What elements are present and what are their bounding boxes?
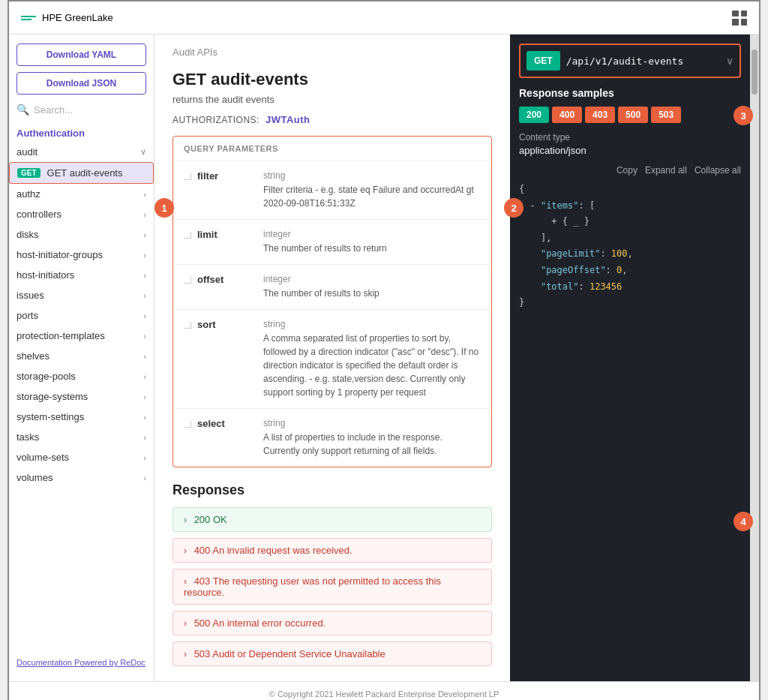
param-filter-name: filter — [197, 170, 218, 182]
response-500-text: 500 An internal error occurred. — [194, 617, 326, 629]
response-samples-title: Response samples — [519, 87, 741, 99]
logo-line-2 — [21, 19, 32, 20]
param-offset-type: integer — [263, 274, 481, 284]
logo-icon — [21, 16, 36, 20]
sidebar-item-tasks[interactable]: tasks › — [9, 427, 154, 447]
param-limit-name-area: limit — [184, 229, 251, 255]
sidebar-item-storage-systems[interactable]: storage-systems › — [9, 386, 154, 407]
badge-1: 1 — [154, 198, 174, 218]
right-panel-inner: GET /api/v1/audit-events ∨ Response samp… — [510, 35, 750, 320]
top-bar: HPE GreenLake — [9, 2, 759, 35]
tab-500[interactable]: 500 — [618, 107, 648, 123]
search-container[interactable]: 🔍 Search... — [9, 98, 154, 122]
response-500[interactable]: › 500 An internal error occurred. — [172, 611, 492, 635]
arrow-icon-403: › — [184, 576, 187, 587]
param-limit-desc: The number of results to return — [263, 242, 481, 255]
param-limit-name: limit — [197, 229, 218, 240]
sidebar-item-ports[interactable]: ports › — [9, 305, 154, 326]
sidebar-item-volume-sets[interactable]: volume-sets › — [9, 447, 154, 467]
auth-value[interactable]: JWTAuth — [266, 114, 310, 125]
sidebar-item-authz[interactable]: authz › — [9, 184, 154, 204]
grid-icon[interactable] — [732, 11, 747, 26]
sidebar-footer: Documentation Powered by ReDoc — [9, 649, 154, 675]
badge-4: 4 — [734, 512, 753, 531]
chevron-right-icon-6: › — [143, 291, 146, 300]
sidebar-item-host-initiators[interactable]: host-initiators › — [9, 265, 154, 285]
content-area: Audit APIs GET audit-events returns the … — [154, 35, 510, 681]
param-select: select string A list of properties to in… — [173, 409, 491, 467]
sidebar-auth-label[interactable]: Authentication — [9, 122, 154, 142]
param-sort-name: sort — [197, 319, 216, 330]
expand-all-button[interactable]: Expand all — [645, 165, 687, 176]
logo-area: HPE GreenLake — [21, 12, 113, 23]
download-yaml-button[interactable]: Download YAML — [16, 44, 146, 66]
response-tabs: 200 400 403 500 503 — [519, 107, 741, 123]
nav-item-content: GET GET audit-events — [17, 167, 122, 179]
get-method-button[interactable]: GET — [526, 51, 560, 71]
scrollbar[interactable] — [750, 35, 759, 681]
tab-200[interactable]: 200 — [519, 107, 549, 123]
arrow-icon-400: › — [184, 545, 187, 556]
tab-503[interactable]: 503 — [651, 107, 681, 123]
param-limit-details: integer The number of results to return — [263, 229, 481, 255]
copyright-text: © Copyright 2021 Hewlett Packard Enterpr… — [269, 689, 499, 698]
sidebar-item-system-settings[interactable]: system-settings › — [9, 407, 154, 427]
search-icon: 🔍 — [16, 104, 29, 116]
sidebar-volumes-label: volumes — [16, 472, 52, 483]
chevron-right-icon-10: › — [143, 372, 146, 381]
sidebar-item-volumes[interactable]: volumes › — [9, 467, 154, 488]
tab-403[interactable]: 403 — [585, 107, 615, 123]
sidebar-ss-label: storage-systems — [16, 391, 88, 402]
sidebar-controllers-label: controllers — [16, 209, 62, 220]
sidebar-authz-label: authz — [16, 188, 40, 200]
try-row: GET /api/v1/audit-events ∨ — [526, 51, 734, 71]
param-limit-type: integer — [263, 229, 481, 239]
sidebar-tasks-label: tasks — [16, 431, 39, 443]
params-header: QUERY PARAMETERS — [173, 137, 491, 161]
sidebar-item-get-audit-events[interactable]: GET GET audit-events — [9, 162, 154, 184]
sidebar-item-get-label: GET audit-events — [47, 167, 123, 179]
sidebar-item-storage-pools[interactable]: storage-pools › — [9, 366, 154, 386]
auth-label: AUTHORIZATIONS: — [172, 115, 260, 125]
tab-400[interactable]: 400 — [552, 107, 582, 123]
param-offset-name-area: offset — [184, 274, 251, 300]
dropdown-arrow-icon[interactable]: ∨ — [726, 55, 734, 67]
param-filter: filter string Filter criteria - e.g. sta… — [173, 161, 491, 220]
code-line-8: } — [519, 295, 741, 311]
param-select-desc: A list of properties to include in the r… — [263, 431, 481, 458]
response-400[interactable]: › 400 An invalid request was received. — [172, 538, 492, 563]
redoc-link[interactable]: Documentation Powered by ReDoc — [16, 658, 146, 667]
content-type-label: Content type — [519, 132, 741, 143]
download-json-button[interactable]: Download JSON — [16, 72, 146, 95]
code-line-6: "pageOffset": 0, — [519, 263, 741, 279]
sidebar-item-disks[interactable]: disks › — [9, 224, 154, 245]
response-403-text: 403 The requesting user was not permitte… — [184, 575, 441, 598]
param-select-name: select — [197, 418, 225, 429]
sidebar-item-controllers[interactable]: controllers › — [9, 204, 154, 224]
response-403[interactable]: › 403 The requesting user was not permit… — [172, 569, 492, 605]
sidebar-item-host-initiator-groups[interactable]: host-initiator-groups › — [9, 245, 154, 265]
param-offset-details: integer The number of results to skip — [263, 274, 481, 300]
scrollbar-thumb[interactable] — [752, 50, 758, 95]
collapse-all-button[interactable]: Collapse all — [694, 165, 741, 176]
sidebar-item-audit[interactable]: audit ∨ — [9, 142, 154, 162]
sidebar-sysset-label: system-settings — [16, 411, 84, 422]
arrow-icon-503: › — [184, 649, 187, 659]
arrow-icon-500: › — [184, 618, 187, 629]
endpoint-text: /api/v1/audit-events — [566, 56, 720, 67]
chevron-right-icon-13: › — [143, 433, 146, 442]
code-line-3: + { _ } — [519, 214, 741, 230]
page-subtitle: returns the audit events — [172, 94, 492, 105]
response-503[interactable]: › 503 Audit or Dependent Service Unavail… — [172, 641, 492, 666]
responses-section: Responses › 200 OK › 400 An invalid requ… — [172, 482, 492, 666]
sidebar-item-shelves[interactable]: shelves › — [9, 346, 154, 366]
sidebar-hi-label: host-initiators — [16, 269, 74, 281]
response-200[interactable]: › 200 OK — [172, 507, 492, 532]
copy-button[interactable]: Copy — [616, 165, 638, 176]
sidebar-hig-label: host-initiator-groups — [16, 249, 103, 260]
try-section: GET /api/v1/audit-events ∨ — [519, 44, 741, 78]
sidebar-item-issues[interactable]: issues › — [9, 285, 154, 305]
param-sort-type: string — [263, 319, 481, 329]
sidebar-item-protection-templates[interactable]: protection-templates › — [9, 326, 154, 346]
chevron-right-icon-9: › — [143, 352, 146, 361]
